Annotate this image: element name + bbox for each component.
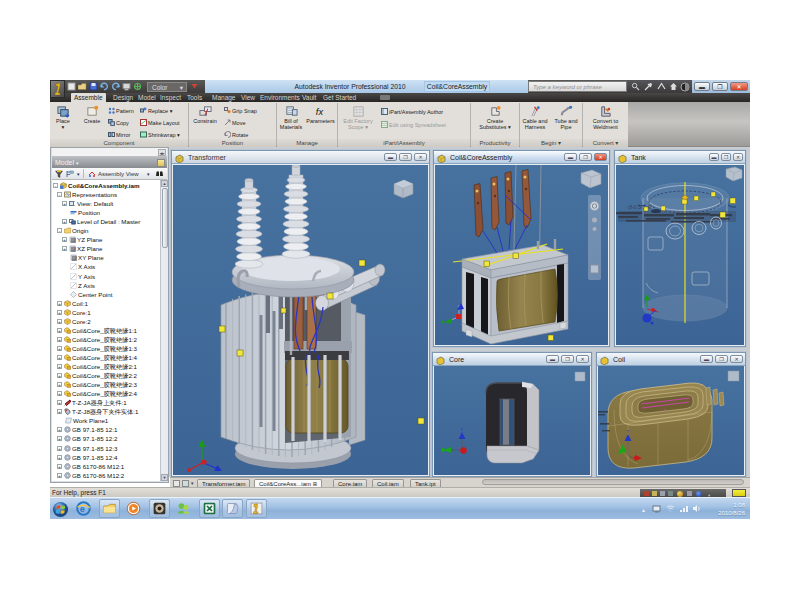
svg-text:fx: fx	[316, 107, 324, 117]
svg-text:e: e	[80, 504, 85, 514]
